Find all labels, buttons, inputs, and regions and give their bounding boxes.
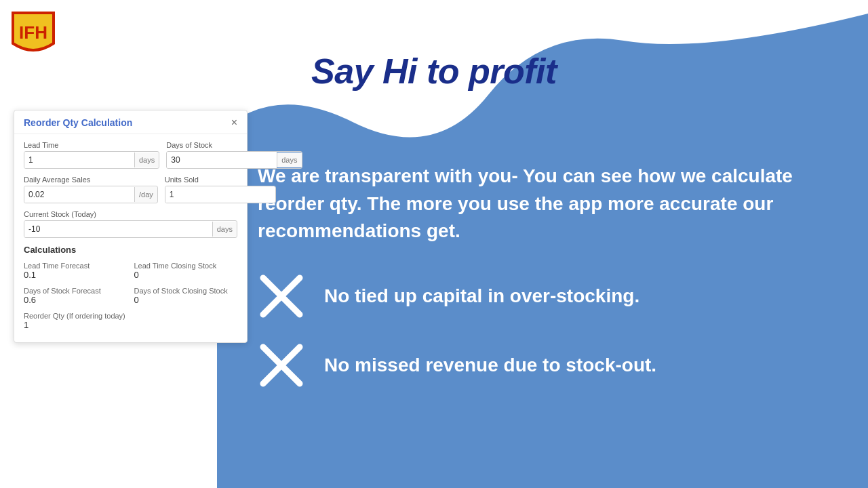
lead-time-closing-stock: Lead Time Closing Stock 0: [134, 262, 238, 280]
days-stock-forecast: Days of Stock Forecast 0.6: [24, 287, 127, 305]
days-of-stock-label: Days of Stock: [166, 141, 302, 149]
lead-time-forecast-value: 0.1: [24, 270, 127, 280]
lead-time-forecast: Lead Time Forecast 0.1: [24, 262, 127, 280]
lead-time-forecast-label: Lead Time Forecast: [24, 262, 127, 270]
lead-time-closing-stock-value: 0: [134, 270, 238, 280]
benefit-text-1: No tied up capital in over-stocking.: [324, 285, 639, 307]
units-sold-label: Units Sold: [165, 176, 276, 184]
daily-avg-sales-label: Daily Average Sales: [24, 176, 158, 184]
daily-avg-sales-unit: /day: [134, 187, 157, 202]
days-stock-forecast-value: 0.6: [24, 295, 127, 305]
daily-avg-sales-input[interactable]: [24, 186, 134, 203]
days-stock-closing-value: 0: [134, 295, 238, 305]
current-stock-label: Current Stock (Today): [24, 210, 237, 218]
calculations-section-title: Calculations: [24, 245, 237, 255]
lead-time-label: Lead Time: [24, 141, 159, 149]
lead-time-closing-stock-label: Lead Time Closing Stock: [134, 262, 238, 270]
reorder-qty-value: 1: [24, 320, 237, 330]
calc-card: Reorder Qty Calculation × Lead Time days…: [14, 110, 248, 343]
days-stock-closing: Days of Stock Closing Stock 0: [134, 287, 238, 305]
description-text: We are transparent with you- You can see…: [258, 163, 814, 245]
benefit-text-2: No missed revenue due to stock-out.: [324, 354, 656, 376]
units-sold-input[interactable]: [165, 186, 275, 203]
logo: IFH: [9, 9, 57, 57]
lead-time-unit: days: [134, 152, 159, 167]
calc-card-title: Reorder Qty Calculation: [24, 117, 132, 128]
days-of-stock-unit: days: [277, 152, 301, 167]
page-title: Say Hi to profit: [0, 51, 868, 92]
days-of-stock-input[interactable]: [167, 152, 277, 168]
reorder-qty: Reorder Qty (If ordering today) 1: [24, 312, 237, 330]
days-stock-closing-label: Days of Stock Closing Stock: [134, 287, 238, 295]
x-mark-icon-1: [258, 272, 305, 320]
current-stock-input[interactable]: [24, 221, 212, 237]
svg-text:IFH: IFH: [19, 22, 47, 43]
days-stock-forecast-label: Days of Stock Forecast: [24, 287, 127, 295]
reorder-qty-label: Reorder Qty (If ordering today): [24, 312, 237, 320]
current-stock-unit: days: [212, 222, 237, 237]
close-button[interactable]: ×: [231, 117, 237, 128]
benefit-row-1: No tied up capital in over-stocking.: [258, 272, 827, 320]
benefit-row-2: No missed revenue due to stock-out.: [258, 342, 827, 389]
x-mark-icon-2: [258, 342, 305, 389]
lead-time-input[interactable]: [24, 152, 134, 168]
